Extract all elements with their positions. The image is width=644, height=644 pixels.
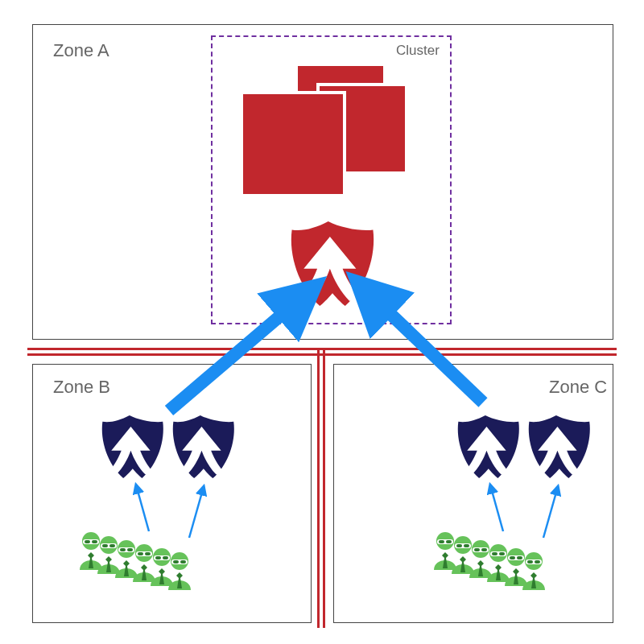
zone-c <box>333 364 613 623</box>
cluster-label: Cluster <box>396 43 440 59</box>
zone-b <box>32 364 312 623</box>
cluster-box <box>211 35 452 324</box>
zone-a-label: Zone A <box>53 40 109 61</box>
separator-vertical <box>317 348 325 628</box>
zone-c-label: Zone C <box>549 377 607 398</box>
zone-b-label: Zone B <box>53 377 110 398</box>
